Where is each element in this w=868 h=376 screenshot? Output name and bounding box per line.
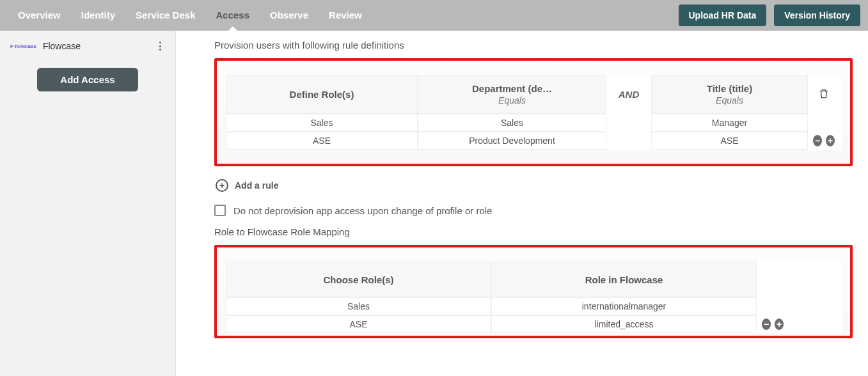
rules-table: Define Role(s) Department (de… Equals AN… xyxy=(226,75,842,150)
version-history-button[interactable]: Version History xyxy=(774,4,860,26)
table-cell-dept[interactable]: Product Development xyxy=(418,132,606,150)
nav-identity[interactable]: Identity xyxy=(71,0,125,31)
role-mapping-highlight-box: Choose Role(s) Role in Flowcase Sales in… xyxy=(214,245,853,338)
col-title-sub: Equals xyxy=(657,95,802,106)
col-title-label: Title (title) xyxy=(657,83,802,94)
checkbox-icon[interactable] xyxy=(214,205,226,216)
sidebar: F flowcase Flowcase Add Access xyxy=(0,31,176,376)
add-row-icon[interactable]: + xyxy=(775,318,784,330)
main-content: Provision users with following rule defi… xyxy=(176,31,868,376)
body: F flowcase Flowcase Add Access Provision… xyxy=(0,31,868,376)
rules-heading: Provision users with following rule defi… xyxy=(214,40,853,51)
app-logo-icon: F flowcase xyxy=(10,43,36,49)
nav-review[interactable]: Review xyxy=(319,0,372,31)
col-department: Department (de… Equals xyxy=(418,75,606,114)
role-mapping-heading: Role to Flowcase Role Mapping xyxy=(214,226,853,237)
add-rule-button[interactable]: + Add a rule xyxy=(216,179,853,192)
col-choose-roles-label: Choose Role(s) xyxy=(232,274,485,285)
table-cell-title[interactable]: Manager xyxy=(651,114,808,132)
col-department-sub: Equals xyxy=(423,95,601,106)
nav-overview[interactable]: Overview xyxy=(8,0,71,31)
col-spacer xyxy=(757,262,789,297)
table-cell-spacer xyxy=(606,132,651,150)
sidebar-app-name: Flowcase xyxy=(43,41,81,51)
col-choose-roles: Choose Role(s) xyxy=(226,262,491,297)
table-cell-app-role[interactable]: limited_access xyxy=(491,315,757,333)
col-define-roles: Define Role(s) xyxy=(226,75,418,114)
nav-access[interactable]: Access xyxy=(205,0,260,31)
nav-observe[interactable]: Observe xyxy=(260,0,319,31)
col-title: Title (title) Equals xyxy=(651,75,808,114)
table-cell-app-role[interactable]: internationalmanager xyxy=(491,297,757,315)
deprovision-checkbox-label: Do not deprovision app access upon chang… xyxy=(233,205,492,216)
sidebar-app-left: F flowcase Flowcase xyxy=(10,41,81,51)
upload-hr-data-button[interactable]: Upload HR Data xyxy=(679,4,767,26)
role-mapping-table: Choose Role(s) Role in Flowcase Sales in… xyxy=(226,262,842,333)
sidebar-app-row[interactable]: F flowcase Flowcase xyxy=(0,31,175,61)
table-cell-role[interactable]: ASE xyxy=(226,132,418,150)
remove-row-icon[interactable]: − xyxy=(762,318,771,330)
table-cell-local-role[interactable]: ASE xyxy=(226,315,491,333)
col-delete xyxy=(808,75,840,114)
table-cell-role[interactable]: Sales xyxy=(226,114,418,132)
table-cell-controls xyxy=(757,297,789,315)
add-row-icon[interactable]: + xyxy=(826,135,835,146)
col-define-roles-label: Define Role(s) xyxy=(232,89,412,100)
table-cell-controls xyxy=(808,114,840,132)
trash-icon[interactable] xyxy=(818,87,830,102)
remove-row-icon[interactable]: − xyxy=(813,135,822,146)
topnav-left: Overview Identity Service Desk Access Ob… xyxy=(8,0,372,31)
topnav: Overview Identity Service Desk Access Ob… xyxy=(0,0,868,31)
add-access-button[interactable]: Add Access xyxy=(37,68,138,91)
table-cell-dept[interactable]: Sales xyxy=(418,114,606,132)
add-rule-label: Add a rule xyxy=(235,180,278,191)
plus-circle-icon: + xyxy=(216,179,228,192)
col-and-operator: AND xyxy=(606,75,651,114)
table-cell-title[interactable]: ASE xyxy=(651,132,808,150)
table-cell-controls: − + xyxy=(808,132,840,150)
nav-service-desk[interactable]: Service Desk xyxy=(125,0,205,31)
col-department-label: Department (de… xyxy=(423,83,601,94)
table-cell-spacer xyxy=(606,114,651,132)
rules-highlight-box: Define Role(s) Department (de… Equals AN… xyxy=(214,58,853,166)
col-role-in-app: Role in Flowcase xyxy=(491,262,757,297)
topnav-right: Upload HR Data Version History xyxy=(679,4,861,26)
kebab-menu-icon[interactable] xyxy=(155,40,165,52)
table-cell-controls: − + xyxy=(757,315,789,333)
col-role-in-app-label: Role in Flowcase xyxy=(497,274,751,285)
deprovision-checkbox-row[interactable]: Do not deprovision app access upon chang… xyxy=(214,205,853,216)
table-cell-local-role[interactable]: Sales xyxy=(226,297,491,315)
